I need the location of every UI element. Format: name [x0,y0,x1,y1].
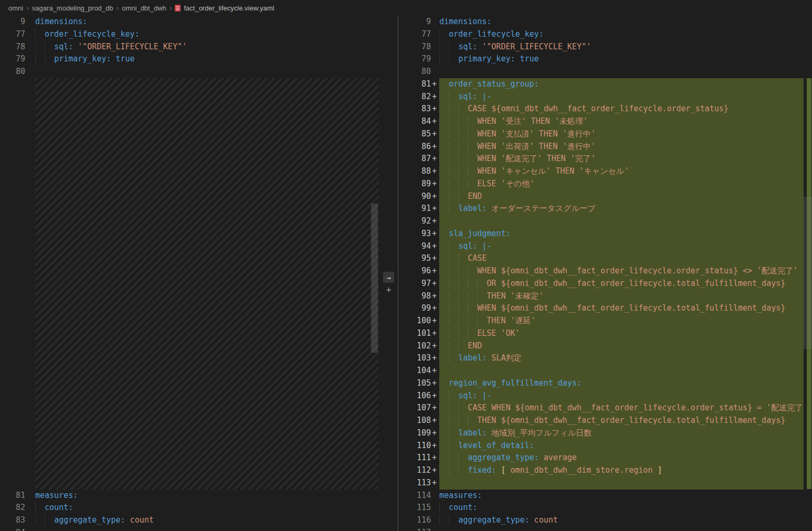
diff-added-marker: + [431,377,439,390]
diff-added-marker: + [431,352,439,365]
breadcrumb-item[interactable]: omni [8,4,23,12]
diff-added-marker: + [431,464,439,477]
added-code-line[interactable]: 94+ sql: |- [398,240,804,253]
added-code-line[interactable]: 106+ sql: |- [398,390,804,402]
added-code-line[interactable]: 82+ sql: |- [398,91,804,103]
added-code-line[interactable]: 98+ THEN '未確定' [398,290,804,303]
overview-ruler[interactable] [804,16,812,531]
added-code-line[interactable]: 111+ aggregate_type: average [398,452,804,464]
added-code-line[interactable]: 89+ ELSE 'その他' [398,178,804,190]
code-line[interactable]: 78 sql: '"ORDER_LIFECYCLE_KEY"' [398,41,804,54]
added-code-line[interactable]: 113+ [398,477,804,490]
added-code-line[interactable]: 88+ WHEN 'キャンセル' THEN 'キャンセル' [398,165,804,178]
added-code-line[interactable]: 93+ sla_judgment: [398,228,804,240]
code-line[interactable]: 84 [0,527,379,531]
code-line[interactable]: 9dimensions: [0,16,379,28]
added-code-line[interactable]: 110+ level_of_detail: [398,440,804,452]
code-text: count: [35,502,379,514]
line-number: 98 [398,290,431,303]
added-code-line[interactable]: 99+ WHEN ${omni_dbt_dwh__fact_order_life… [398,302,804,315]
line-number: 83 [398,103,431,115]
added-code-line[interactable]: 86+ WHEN '出荷済' THEN '進行中' [398,141,804,153]
code-text: ELSE 'その他' [439,178,804,190]
code-text: CASE [439,252,804,265]
added-code-line[interactable]: 96+ WHEN ${omni_dbt_dwh__fact_order_life… [398,265,804,278]
collapsed-diff-region-hatch [35,78,379,490]
added-code-line[interactable]: 105+ region_avg_fulfillment_days: [398,377,804,390]
line-number: 110 [398,440,431,452]
left-scrollbar-slider[interactable] [371,204,378,353]
code-line[interactable]: 81measures: [0,490,379,502]
diff-added-marker: + [431,178,439,190]
line-number: 109 [398,427,431,440]
added-code-line[interactable]: 103+ label: SLA判定 [398,352,804,365]
added-code-line[interactable]: 112+ fixed: [ omni_dbt_dwh__dim_store.re… [398,464,804,477]
code-line[interactable]: 77 order_lifecycle_key: [0,28,379,41]
code-text: measures: [35,490,379,502]
added-code-line[interactable]: 102+ END [398,340,804,353]
code-text: label: SLA判定 [439,352,804,365]
diff-added-marker: + [431,327,439,340]
added-code-line[interactable]: 95+ CASE [398,252,804,265]
code-text [35,66,379,78]
added-code-line[interactable]: 92+ [398,215,804,228]
line-number: 80 [0,66,25,78]
added-code-line[interactable]: 83+ CASE ${omni_dbt_dwh__fact_order_life… [398,103,804,115]
breadcrumb-item[interactable]: sagara_modeling_prod_db [32,4,113,12]
added-code-line[interactable]: 104+ [398,365,804,377]
diff-add-icon[interactable]: + [383,284,394,295]
code-line[interactable]: 78 sql: '"ORDER_LIFECYCLE_KEY"' [0,41,379,54]
code-line[interactable]: 117 [398,527,804,531]
left-editor-scrollbar[interactable] [371,16,378,531]
code-text: level_of_detail: [439,440,804,452]
code-line[interactable]: 114measures: [398,490,804,502]
diff-added-marker: + [431,265,439,278]
added-code-line[interactable]: 107+ CASE WHEN ${omni_dbt_dwh__fact_orde… [398,402,804,415]
added-code-line[interactable]: 90+ END [398,190,804,203]
added-code-line[interactable]: 97+ OR ${omni_dbt_dwh__fact_order_lifecy… [398,278,804,290]
added-code-line[interactable]: 101+ ELSE 'OK' [398,327,804,340]
line-number: 9 [398,16,431,28]
code-line[interactable]: 79 primary_key: true [0,53,379,66]
line-number: 84 [398,115,431,128]
code-text: WHEN '受注' THEN '未処理' [439,115,804,128]
code-line[interactable]: 79 primary_key: true [398,53,804,66]
code-text: THEN '遅延' [439,315,804,327]
added-code-line[interactable]: 91+ label: オーダーステータスグループ [398,203,804,215]
diff-added-marker: + [431,340,439,353]
diff-added-marker: + [431,103,439,115]
code-line[interactable]: 115 count: [398,502,804,514]
line-number: 77 [398,28,431,41]
added-code-line[interactable]: 100+ THEN '遅延' [398,315,804,327]
diff-editor-original-pane[interactable]: 9dimensions:77 order_lifecycle_key:78 sq… [0,16,379,531]
code-line[interactable]: 82 count: [0,502,379,514]
diff-editor-modified-pane[interactable]: 9dimensions:77 order_lifecycle_key:78 sq… [398,16,804,531]
added-code-line[interactable]: 87+ WHEN '配送完了' THEN '完了' [398,153,804,165]
code-text: region_avg_fulfillment_days: [439,377,804,390]
line-number: 107 [398,402,431,415]
breadcrumb-file[interactable]: fact_order_lifecycle.view.yaml [184,4,274,12]
breadcrumb-item[interactable]: omni_dbt_dwh [122,4,166,12]
line-number: 81 [398,78,431,91]
code-line[interactable]: 9dimensions: [398,16,804,28]
code-line[interactable]: 83 aggregate_type: count [0,514,379,527]
added-code-line[interactable]: 85+ WHEN '支払済' THEN '進行中' [398,128,804,141]
right-scrollbar-slider[interactable] [804,197,812,349]
code-line[interactable]: 80 [0,66,379,78]
added-code-line[interactable]: 109+ label: 地域別_平均フルフィル日数 [398,427,804,440]
code-text: OR ${omni_dbt_dwh__fact_order_lifecycle.… [439,278,804,290]
diff-added-marker: + [431,190,439,203]
code-line[interactable]: 80 [398,66,804,78]
code-text: label: 地域別_平均フルフィル日数 [439,427,804,440]
original-code-lines: 9dimensions:77 order_lifecycle_key:78 sq… [0,16,379,531]
code-line[interactable]: 116 aggregate_type: count [398,514,804,527]
line-number: 80 [398,66,431,78]
added-code-line[interactable]: 108+ THEN ${omni_dbt_dwh__fact_order_lif… [398,415,804,427]
code-text: primary_key: true [35,53,379,66]
added-code-line[interactable]: 84+ WHEN '受注' THEN '未処理' [398,115,804,128]
line-number: 84 [0,527,25,531]
diff-copy-change-arrow-icon[interactable]: → [383,272,394,283]
code-line[interactable]: 77 order_lifecycle_key: [398,28,804,41]
added-code-line[interactable]: 81+ order_status_group: [398,78,804,91]
diff-added-marker: + [431,228,439,240]
